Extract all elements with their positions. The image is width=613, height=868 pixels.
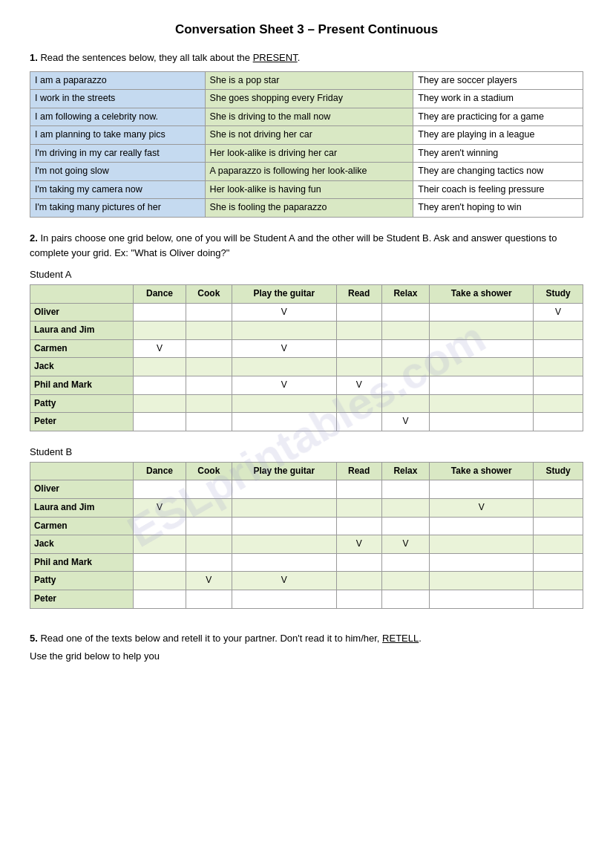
cell-study [534, 322, 583, 340]
col-header-empty [30, 462, 134, 480]
cell-cook [186, 394, 232, 413]
section5-use-grid: Use the grid below to help you [30, 649, 583, 665]
cell-study [534, 376, 583, 395]
table-row: Laura and Jim [30, 322, 583, 340]
table-row: I'm taking my camera now Her look-alike … [30, 180, 583, 199]
cell-dance [134, 590, 186, 609]
student-a-table: Dance Cook Play the guitar Read Relax Ta… [30, 284, 583, 431]
col-header-relax: Relax [381, 462, 430, 480]
cell-read [336, 394, 381, 413]
row-name: Peter [30, 413, 134, 431]
row-name: Carmen [30, 339, 134, 358]
cell-col3: They aren't winning [413, 144, 583, 163]
cell-read: V [336, 376, 381, 395]
section1-text: Read the sentences below, they all talk … [40, 52, 252, 63]
table-row: I work in the streets She goes shopping … [30, 90, 583, 108]
cell-read [336, 590, 381, 609]
cell-relax [381, 572, 430, 590]
cell-dance: V [134, 339, 186, 358]
col-header-shower: Take a shower [430, 285, 534, 304]
section5-text2: . [419, 633, 422, 644]
cell-guitar [232, 535, 336, 554]
cell-guitar [232, 480, 336, 499]
cell-dance [134, 376, 186, 395]
cell-guitar [232, 394, 336, 413]
table-row: Phil and Mark V V [30, 376, 583, 395]
cell-guitar [232, 499, 336, 518]
cell-relax [381, 303, 430, 322]
section5-instruction: 5. Read one of the texts below and retel… [30, 631, 583, 647]
cell-shower [430, 303, 534, 322]
section5-number: 5. [30, 633, 38, 644]
cell-read [336, 322, 381, 340]
cell-read [336, 339, 381, 358]
cell-guitar: V [232, 303, 336, 322]
grid-header-row: Dance Cook Play the guitar Read Relax Ta… [30, 462, 583, 480]
cell-study [534, 517, 583, 535]
cell-col1: I'm taking many pictures of her [30, 199, 206, 218]
cell-cook [186, 376, 232, 395]
row-name: Peter [30, 590, 134, 609]
cell-col2: A paparazzo is following her look-alike [205, 163, 413, 181]
cell-read [336, 517, 381, 535]
table-row: Jack [30, 358, 583, 376]
cell-guitar [232, 322, 336, 340]
cell-col3: They are practicing for a game [413, 108, 583, 126]
row-name: Oliver [30, 480, 134, 499]
cell-col1: I work in the streets [30, 90, 206, 108]
cell-shower [430, 413, 534, 431]
section5: 5. Read one of the texts below and retel… [30, 631, 583, 665]
cell-dance [134, 322, 186, 340]
cell-col1: I'm taking my camera now [30, 180, 206, 199]
cell-read [336, 499, 381, 518]
cell-shower [430, 376, 534, 395]
cell-study [534, 499, 583, 518]
cell-study [534, 358, 583, 376]
cell-cook [186, 590, 232, 609]
cell-cook [186, 499, 232, 518]
page-title: Conversation Sheet 3 – Present Continuou… [30, 22, 583, 37]
section2-text: In pairs choose one grid below, one of y… [30, 232, 557, 259]
cell-relax [381, 499, 430, 518]
section2: 2. In pairs choose one grid below, one o… [30, 231, 583, 262]
cell-read [336, 553, 381, 572]
cell-col2: Her look-alike is driving her car [205, 144, 413, 163]
cell-relax [381, 590, 430, 609]
cell-study [534, 572, 583, 590]
section2-number: 2. [30, 232, 38, 244]
cell-guitar: V [232, 572, 336, 590]
table-row: I am following a celebrity now. She is d… [30, 108, 583, 126]
section5-text1: Read one of the texts below and retell i… [38, 633, 382, 644]
cell-dance [134, 553, 186, 572]
section5-highlight: RETELL [382, 633, 419, 644]
cell-read [336, 480, 381, 499]
section1-instruction: 1. Read the sentences below, they all ta… [30, 50, 583, 65]
cell-read [336, 413, 381, 431]
table-row: Laura and Jim V V [30, 499, 583, 518]
cell-dance: V [134, 499, 186, 518]
table-row: I'm driving in my car really fast Her lo… [30, 144, 583, 163]
student-b-label: Student B [30, 446, 583, 457]
col-header-guitar: Play the guitar [232, 462, 336, 480]
cell-cook [186, 322, 232, 340]
table-row: Phil and Mark [30, 553, 583, 572]
cell-guitar: V [232, 339, 336, 358]
row-name: Jack [30, 535, 134, 554]
cell-cook: V [186, 572, 232, 590]
cell-dance [134, 572, 186, 590]
cell-col1: I am a paparazzo [30, 71, 206, 90]
col-header-study: Study [534, 462, 583, 480]
row-name: Carmen [30, 517, 134, 535]
cell-dance [134, 480, 186, 499]
cell-guitar [232, 413, 336, 431]
cell-col2: She goes shopping every Friday [205, 90, 413, 108]
col-header-guitar: Play the guitar [232, 285, 336, 304]
cell-guitar: V [232, 376, 336, 395]
cell-relax [381, 376, 430, 395]
cell-col3: Their coach is feeling pressure [413, 180, 583, 199]
cell-relax [381, 322, 430, 340]
table-row: Patty [30, 394, 583, 413]
row-name: Phil and Mark [30, 376, 134, 395]
cell-shower [430, 517, 534, 535]
cell-col2: Her look-alike is having fun [205, 180, 413, 199]
